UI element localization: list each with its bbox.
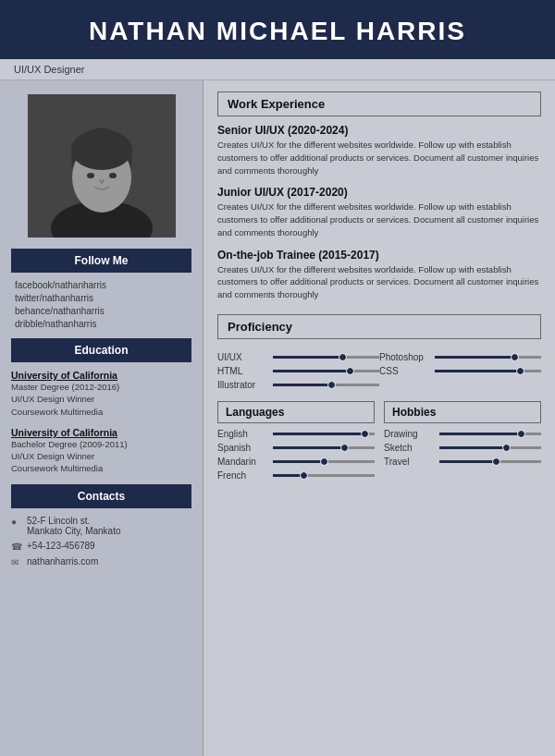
hobby-fill-sketch [439,446,506,449]
hobbies-header: Hobbies [384,401,541,423]
right-column: Work Experience Senior UI/UX (2020-2024)… [204,80,555,756]
languages-section: Languages English Spanish Man [217,401,375,484]
hobby-fill-drawing [439,433,521,435]
lang-fill-mandarin [273,460,324,463]
work-desc-3: Creates UI/UX for the different websites… [217,263,541,301]
website-text: nathanharris.com [27,556,98,567]
lang-dot-english [361,430,369,438]
work-item-1: Senior UI/UX (2020-2024) Creates UI/UX f… [217,124,541,177]
left-column: Follow Me facebook/nathanharris twitter/… [0,80,204,756]
edu-item-1: University of California Master Degree (… [11,370,191,418]
lang-hobbies-section: Languages English Spanish Man [217,401,541,484]
social-links: facebook/nathanharris twitter/nathanharr… [11,280,191,329]
uni-name-1: University of California [11,370,191,381]
skill-uiux: UI/UX [217,352,379,362]
skill-track-illustrator [273,384,379,386]
skill-dot-css [516,367,524,375]
skill-photoshop: HTML [217,366,379,376]
proficiency-left: UI/UX HTML Illustrator [217,352,379,394]
skill-label-uiux: UI/UX [217,352,268,362]
work-desc-1: Creates UI/UX for the different websites… [217,139,541,177]
uni-name-2: University of California [11,427,191,438]
skill-dot-uiux [339,353,347,361]
lang-track-english [273,433,375,435]
hobby-fill-travel [439,460,496,463]
lang-fill-english [273,433,364,435]
lang-label-spanish: Spanish [217,443,268,453]
lang-french: French [217,470,375,481]
hobby-label-travel: Travel [384,457,435,467]
main-layout: Follow Me facebook/nathanharris twitter/… [0,80,555,756]
svg-point-5 [87,173,94,178]
email-icon: ✉ [11,557,22,567]
svg-point-6 [109,173,117,178]
contact-phone: ☎ +54-123-456789 [11,541,191,552]
hobby-label-drawing: Drawing [384,429,435,439]
skill-label-illustrator: Illustrator [217,380,268,390]
location-icon: ● [11,517,22,527]
social-link-facebook[interactable]: facebook/nathanharris [15,280,191,290]
languages-header: Languages [217,401,375,423]
edu-detail-2: Bachelor Degree (2009-2011)UI/UX Design … [11,438,191,475]
lang-track-spanish [273,446,375,449]
skill-html: Photoshop [379,352,541,362]
social-link-dribble[interactable]: dribble/nathanharris [15,319,191,329]
hobby-dot-sketch [502,444,511,452]
skill-track-uiux [273,356,379,359]
skill-dot-illustrator [327,381,336,389]
job-title: UI/UX Designer [14,64,84,75]
contact-website[interactable]: ✉ nathanharris.com [11,556,191,567]
hobby-travel: Travel [384,457,541,467]
skill-illustrator: Illustrator [217,380,379,390]
phone-text: +54-123-456789 [27,541,95,551]
lang-dot-spanish [340,444,349,452]
work-desc-2: Creates UI/UX for the different websites… [217,201,541,238]
lang-label-french: French [217,470,268,481]
skill-label-photoshop: HTML [217,366,268,376]
edu-item-2: University of California Bachelor Degree… [11,427,191,475]
subtitle-bar: UI/UX Designer [0,59,555,80]
work-title-3: On-the-job Trainee (2015-2017) [217,249,541,262]
hobby-sketch: Sketch [384,443,541,453]
skill-track-photoshop [273,370,379,372]
follow-me-header: Follow Me [11,249,191,273]
contacts-section: ● 52-F Lincoln st.Mankato City, Mankato … [11,516,191,567]
work-title-2: Junior UI/UX (2017-2020) [217,186,541,199]
hobby-label-sketch: Sketch [384,443,435,453]
edu-detail-1: Master Degree (2012-2016)UI/UX Design Wi… [11,381,191,418]
lang-english: English [217,429,375,439]
contact-address: ● 52-F Lincoln st.Mankato City, Mankato [11,516,191,536]
skill-css: CSS [379,366,541,376]
work-items: Senior UI/UX (2020-2024) Creates UI/UX f… [217,124,541,301]
social-link-behance[interactable]: behance/nathanharris [15,306,191,316]
work-title-1: Senior UI/UX (2020-2024) [217,124,541,137]
lang-label-mandarin: Mandarin [217,457,268,467]
lang-fill-spanish [273,446,344,449]
skill-track-html [435,356,541,359]
profile-photo [28,94,176,238]
contacts-header: Contacts [11,484,191,508]
skill-dot-html [511,353,519,361]
work-experience-header: Work Experience [217,91,541,116]
skill-track-css [435,370,541,372]
skill-dot-photoshop [346,367,354,375]
proficiency-header: Proficiency [217,314,541,339]
skill-fill-photoshop [273,370,350,372]
hobby-track-travel [439,460,541,463]
lang-dot-french [300,471,308,480]
education-header: Education [11,338,191,362]
skill-fill-illustrator [273,384,331,386]
hobbies-section: Hobbies Drawing Sketch Travel [384,401,541,484]
lang-label-english: English [217,429,268,439]
hobby-drawing: Drawing [384,429,541,439]
skill-fill-css [435,370,520,372]
proficiency-right: Photoshop CSS [379,352,541,394]
skill-fill-html [435,356,514,359]
social-link-twitter[interactable]: twitter/nathanharris [15,293,191,303]
lang-track-mandarin [273,460,375,463]
lang-track-french [273,474,375,477]
skill-fill-uiux [273,356,342,359]
lang-mandarin: Mandarin [217,457,375,467]
hobby-dot-drawing [517,430,525,438]
skill-label-css: CSS [379,366,430,376]
